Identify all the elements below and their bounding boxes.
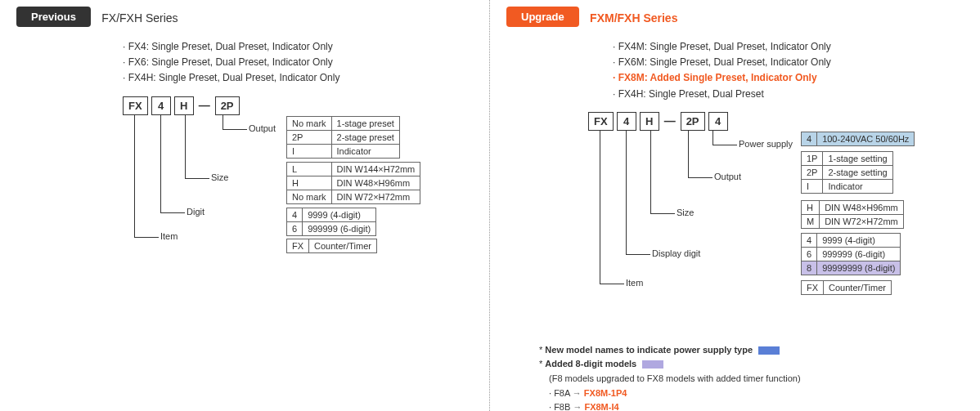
code-box: 4	[708, 112, 728, 131]
swatch-lavender-icon	[642, 360, 663, 369]
swatch-blue-icon	[758, 346, 780, 355]
previous-diagram: FX 4 H — 2P Item Digit Size Output No ma…	[123, 96, 473, 115]
upgrade-notes: New model names to indicate power supply…	[539, 343, 962, 411]
table-output: No mark1-stage preset 2P2-stage preset I…	[286, 116, 400, 159]
bullet-item: FX6M: Single Preset, Dual Preset, Indica…	[613, 55, 962, 70]
code-box: 4	[151, 96, 171, 115]
model-new: FX8M-1P4	[584, 388, 627, 398]
table-digit: 49999 (4-digit) 6999999 (6-digit) 899999…	[801, 233, 901, 275]
code-box: 2P	[681, 112, 705, 131]
model-old: F8A	[554, 388, 570, 398]
code-box: H	[640, 112, 659, 131]
code-box: H	[174, 96, 194, 115]
label-output: Output	[714, 172, 741, 181]
bullet-item-highlight: FX8M: Added Single Preset, Indicator Onl…	[613, 70, 962, 86]
code-box: 4	[617, 112, 636, 131]
label-item: Item	[626, 278, 643, 288]
note-sub: (F8 models upgraded to FX8 models with a…	[549, 372, 962, 386]
previous-panel: Previous FX/FXH Series FX4: Single Prese…	[0, 0, 489, 411]
code-box: 2P	[215, 96, 240, 115]
previous-bullets: FX4: Single Preset, Dual Preset, Indicat…	[123, 39, 473, 87]
bullet-item: FX4: Single Preset, Dual Preset, Indicat…	[123, 39, 473, 55]
table-item: FXCounter/Timer	[801, 280, 892, 295]
code-dash: —	[197, 99, 212, 112]
code-dash: —	[663, 114, 677, 127]
upgrade-panel: Upgrade FXM/FXH Series FX4M: Single Pres…	[489, 0, 978, 411]
label-size: Size	[211, 172, 228, 182]
bullet-item: FX4H: Single Preset, Dual Preset, Indica…	[123, 70, 473, 86]
bullet-item: FX4H: Single Preset, Dual Preset	[613, 87, 962, 102]
label-power: Power supply	[739, 139, 793, 149]
table-size: LDIN W144×H72mm HDIN W48×H96mm No markDI…	[286, 162, 420, 204]
arrow-icon: →	[573, 388, 582, 398]
label-digit: Display digit	[652, 248, 700, 258]
table-item: FXCounter/Timer	[286, 239, 377, 253]
note-new-model: New model names to indicate power supply…	[545, 345, 753, 355]
note-8digit: Added 8-digit models	[545, 359, 636, 369]
model-old: F8B	[554, 402, 570, 411]
code-box: FX	[123, 96, 148, 115]
upgrade-series-title: FXM/FXH Series	[590, 11, 677, 25]
label-output: Output	[249, 123, 276, 133]
previous-series-title: FX/FXH Series	[101, 11, 178, 25]
bullet-item: FX4M: Single Preset, Dual Preset, Indica…	[613, 39, 962, 55]
table-digit: 49999 (4-digit) 6999999 (6-digit)	[286, 208, 376, 236]
bullet-item: FX6: Single Preset, Dual Preset, Indicat…	[123, 55, 473, 70]
label-digit: Digit	[187, 207, 205, 217]
table-output: 1P1-stage setting 2P2-stage setting IInd…	[801, 151, 893, 194]
previous-badge: Previous	[16, 7, 91, 27]
label-size: Size	[677, 208, 694, 217]
upgrade-diagram: FX 4 H — 2P 4 Item Display digit Size Ou…	[588, 112, 962, 131]
table-size: HDIN W48×H96mm MDIN W72×H72mm	[801, 200, 904, 229]
table-power: 4100-240VAC 50/60Hz	[801, 132, 915, 146]
arrow-icon: →	[573, 402, 582, 411]
code-box: FX	[588, 112, 614, 131]
upgrade-bullets: FX4M: Single Preset, Dual Preset, Indica…	[613, 39, 962, 102]
model-new: FX8M-I4	[584, 402, 618, 411]
label-item: Item	[160, 231, 178, 241]
upgrade-badge: Upgrade	[506, 7, 579, 27]
